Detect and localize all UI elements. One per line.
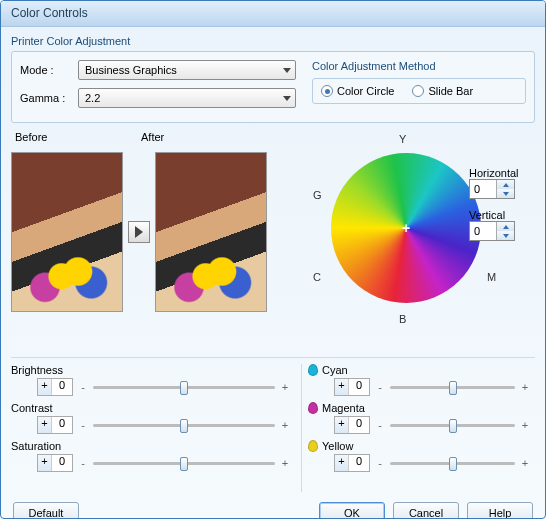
horizontal-spinner[interactable] xyxy=(469,179,515,199)
cancel-button[interactable]: Cancel xyxy=(393,502,459,519)
preview-after-image xyxy=(155,152,267,312)
sign: + xyxy=(335,379,349,395)
value: 0 xyxy=(52,379,72,395)
color-wheel[interactable] xyxy=(331,153,481,303)
gamma-value: 2.2 xyxy=(85,92,100,104)
magenta-drop-icon xyxy=(308,402,318,414)
minus-icon: - xyxy=(376,419,384,431)
minus-icon: - xyxy=(79,457,87,469)
chevron-down-icon xyxy=(283,68,291,73)
plus-icon: + xyxy=(521,381,529,393)
minus-icon: - xyxy=(79,381,87,393)
sign: + xyxy=(335,455,349,471)
sign: + xyxy=(335,417,349,433)
mode-value: Business Graphics xyxy=(85,64,177,76)
radio-slide-bar-label: Slide Bar xyxy=(428,85,473,97)
yellow-value-box[interactable]: +0 xyxy=(334,454,370,472)
minus-icon: - xyxy=(79,419,87,431)
before-label: Before xyxy=(11,131,141,143)
saturation-value-box[interactable]: +0 xyxy=(37,454,73,472)
yellow-slider[interactable] xyxy=(390,462,515,465)
mode-label: Mode : xyxy=(20,64,78,76)
preview-before-image xyxy=(11,152,123,312)
minus-icon: - xyxy=(376,381,384,393)
slider-thumb[interactable] xyxy=(449,381,457,395)
contrast-value-box[interactable]: +0 xyxy=(37,416,73,434)
plus-icon: + xyxy=(281,419,289,431)
help-button[interactable]: Help xyxy=(467,502,533,519)
radio-dot-icon xyxy=(321,85,333,97)
plus-icon: + xyxy=(521,457,529,469)
group-title: Printer Color Adjustment xyxy=(11,35,535,47)
radio-color-circle[interactable]: Color Circle xyxy=(321,85,394,97)
yellow-drop-icon xyxy=(308,440,318,452)
vertical-input[interactable] xyxy=(470,222,496,240)
gamma-label: Gamma : xyxy=(20,92,78,104)
magenta-value-box[interactable]: +0 xyxy=(334,416,370,434)
wheel-label-y: Y xyxy=(399,133,406,145)
gamma-combo[interactable]: 2.2 xyxy=(78,88,296,108)
sign: + xyxy=(38,417,52,433)
magenta-label: Magenta xyxy=(322,402,365,414)
wheel-label-g: G xyxy=(313,189,322,201)
radio-dot-icon xyxy=(412,85,424,97)
value: 0 xyxy=(349,379,369,395)
cyan-label: Cyan xyxy=(322,364,348,376)
wheel-label-m: M xyxy=(487,271,496,283)
magenta-slider[interactable] xyxy=(390,424,515,427)
plus-icon: + xyxy=(281,381,289,393)
slider-thumb[interactable] xyxy=(180,457,188,471)
brightness-slider[interactable] xyxy=(93,386,275,389)
minus-icon: - xyxy=(376,457,384,469)
contrast-slider[interactable] xyxy=(93,424,275,427)
radio-slide-bar[interactable]: Slide Bar xyxy=(412,85,473,97)
cyan-slider[interactable] xyxy=(390,386,515,389)
slider-thumb[interactable] xyxy=(180,419,188,433)
cyan-drop-icon xyxy=(308,364,318,376)
mode-combo[interactable]: Business Graphics xyxy=(78,60,296,80)
spin-up-icon[interactable] xyxy=(497,222,514,231)
value: 0 xyxy=(349,417,369,433)
color-controls-window: Color Controls Printer Color Adjustment … xyxy=(0,0,546,519)
brightness-value-box[interactable]: +0 xyxy=(37,378,73,396)
cyan-value-box[interactable]: +0 xyxy=(334,378,370,396)
default-button[interactable]: Default xyxy=(13,502,79,519)
spin-down-icon[interactable] xyxy=(497,231,514,240)
chevron-down-icon xyxy=(283,96,291,101)
slider-thumb[interactable] xyxy=(180,381,188,395)
brightness-label: Brightness xyxy=(11,364,295,376)
method-title: Color Adjustment Method xyxy=(312,60,526,72)
yellow-label: Yellow xyxy=(322,440,353,452)
vertical-label: Vertical xyxy=(469,209,533,221)
radio-color-circle-label: Color Circle xyxy=(337,85,394,97)
slider-thumb[interactable] xyxy=(449,457,457,471)
horizontal-input[interactable] xyxy=(470,180,496,198)
spin-down-icon[interactable] xyxy=(497,189,514,198)
sign: + xyxy=(38,379,52,395)
sign: + xyxy=(38,455,52,471)
plus-icon: + xyxy=(521,419,529,431)
horizontal-label: Horizontal xyxy=(469,167,533,179)
after-label: After xyxy=(141,131,164,143)
value: 0 xyxy=(349,455,369,471)
contrast-label: Contrast xyxy=(11,402,295,414)
wheel-label-b: B xyxy=(399,313,406,325)
top-panel: Mode : Business Graphics Gamma : 2.2 Col… xyxy=(11,51,535,123)
value: 0 xyxy=(52,455,72,471)
value: 0 xyxy=(52,417,72,433)
plus-icon: + xyxy=(281,457,289,469)
vertical-spinner[interactable] xyxy=(469,221,515,241)
arrow-right-icon xyxy=(128,221,150,243)
saturation-label: Saturation xyxy=(11,440,295,452)
wheel-label-c: C xyxy=(313,271,321,283)
slider-thumb[interactable] xyxy=(449,419,457,433)
saturation-slider[interactable] xyxy=(93,462,275,465)
spin-up-icon[interactable] xyxy=(497,180,514,189)
ok-button[interactable]: OK xyxy=(319,502,385,519)
window-title: Color Controls xyxy=(1,1,545,27)
